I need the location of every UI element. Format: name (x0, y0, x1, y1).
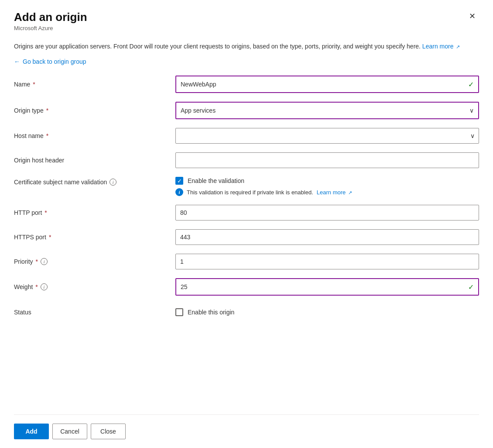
weight-label: Weight * i (14, 283, 175, 290)
https-port-input[interactable] (175, 229, 479, 245)
external-link-icon: ↗ (456, 44, 460, 49)
status-control-wrap: Enable this origin (175, 308, 479, 316)
cert-validation-label: Certificate subject name validation i (14, 177, 175, 186)
name-label: Name * (14, 81, 175, 88)
priority-required-star: * (36, 258, 38, 265)
http-port-required-star: * (45, 209, 47, 216)
close-icon: ✕ (469, 12, 476, 21)
http-port-row: HTTP port * (14, 205, 479, 221)
origin-type-select-wrap: App services Storage Cloud service Web A… (175, 102, 479, 119)
host-name-label: Host name * (14, 132, 175, 139)
http-port-label: HTTP port * (14, 209, 175, 216)
weight-required-star: * (35, 283, 38, 290)
name-control-wrap: ✓ (175, 76, 479, 93)
name-input-wrap: ✓ (175, 76, 479, 93)
checkbox-check-icon: ✓ (177, 178, 182, 184)
https-port-row: HTTPS port * (14, 229, 479, 245)
back-arrow-icon: ← (14, 58, 20, 65)
host-name-required-star: * (46, 132, 48, 139)
origin-host-header-control-wrap (175, 152, 479, 168)
status-row: Status Enable this origin (14, 304, 479, 320)
weight-input[interactable] (176, 279, 478, 295)
https-port-control-wrap (175, 229, 479, 245)
cancel-button[interactable]: Cancel (52, 424, 87, 439)
priority-info-icon[interactable]: i (41, 258, 48, 265)
info-circle-icon: i (175, 188, 183, 196)
add-button[interactable]: Add (14, 424, 49, 439)
cert-validation-learn-more-link[interactable]: Learn more ↗ (317, 189, 352, 196)
host-name-control-wrap: ∨ (175, 128, 479, 144)
weight-control-wrap: ✓ (175, 278, 479, 296)
cert-validation-checkbox-row: ✓ Enable the validation (175, 177, 479, 185)
status-checkbox-row: Enable this origin (175, 308, 479, 316)
cert-validation-info-message: i This validation is required if private… (175, 188, 479, 196)
panel-header: Add an origin Microsoft Azure ✕ (14, 10, 479, 31)
name-required-star: * (33, 81, 35, 88)
close-footer-button[interactable]: Close (91, 424, 126, 439)
origin-host-header-row: Origin host header (14, 152, 479, 168)
weight-info-icon[interactable]: i (41, 283, 48, 290)
cert-validation-info-icon[interactable]: i (110, 179, 116, 186)
name-check-icon: ✓ (468, 80, 474, 89)
weight-input-wrap: ✓ (175, 278, 479, 296)
origin-type-required-star: * (46, 107, 48, 114)
learn-more-link[interactable]: Learn more ↗ (422, 43, 460, 50)
http-port-control-wrap (175, 205, 479, 221)
https-port-label: HTTPS port * (14, 234, 175, 241)
host-name-select-wrap: ∨ (175, 128, 479, 144)
form-body: Name * ✓ Origin type * App services (14, 76, 479, 404)
weight-row: Weight * i ✓ (14, 278, 479, 296)
footer: Add Cancel Close (14, 414, 479, 448)
header-title-group: Add an origin Microsoft Azure (14, 10, 87, 31)
priority-input[interactable] (175, 254, 479, 269)
origin-host-header-input[interactable] (175, 152, 479, 168)
close-button[interactable]: ✕ (466, 10, 479, 22)
cert-validation-checkbox[interactable]: ✓ (175, 177, 183, 185)
host-name-row: Host name * ∨ (14, 128, 479, 144)
https-port-required-star: * (49, 234, 51, 241)
cert-validation-checkbox-label: Enable the validation (188, 177, 244, 184)
add-origin-panel: Add an origin Microsoft Azure ✕ Origins … (0, 0, 493, 448)
priority-row: Priority * i (14, 254, 479, 269)
back-to-origin-group-link[interactable]: ← Go back to origin group (14, 58, 479, 65)
http-port-input[interactable] (175, 205, 479, 221)
status-label: Status (14, 309, 175, 316)
panel-subtitle: Microsoft Azure (14, 25, 87, 31)
priority-control-wrap (175, 254, 479, 269)
description-text: Origins are your application servers. Fr… (14, 42, 472, 51)
origin-type-row: Origin type * App services Storage Cloud… (14, 102, 479, 119)
cert-learn-more-external-icon: ↗ (348, 190, 352, 195)
origin-type-select[interactable]: App services Storage Cloud service Web A… (176, 103, 478, 118)
origin-type-label: Origin type * (14, 107, 175, 114)
weight-check-icon: ✓ (468, 283, 474, 291)
status-checkbox[interactable] (175, 308, 183, 316)
origin-type-control-wrap: App services Storage Cloud service Web A… (175, 102, 479, 119)
status-checkbox-label: Enable this origin (188, 309, 234, 316)
host-name-select[interactable] (175, 128, 479, 144)
cert-validation-row: Certificate subject name validation i ✓ … (14, 177, 479, 196)
origin-host-header-label: Origin host header (14, 157, 175, 164)
cert-validation-control-wrap: ✓ Enable the validation i This validatio… (175, 177, 479, 196)
panel-title: Add an origin (14, 10, 87, 24)
priority-label: Priority * i (14, 258, 175, 265)
name-input[interactable] (176, 76, 478, 92)
name-row: Name * ✓ (14, 76, 479, 93)
